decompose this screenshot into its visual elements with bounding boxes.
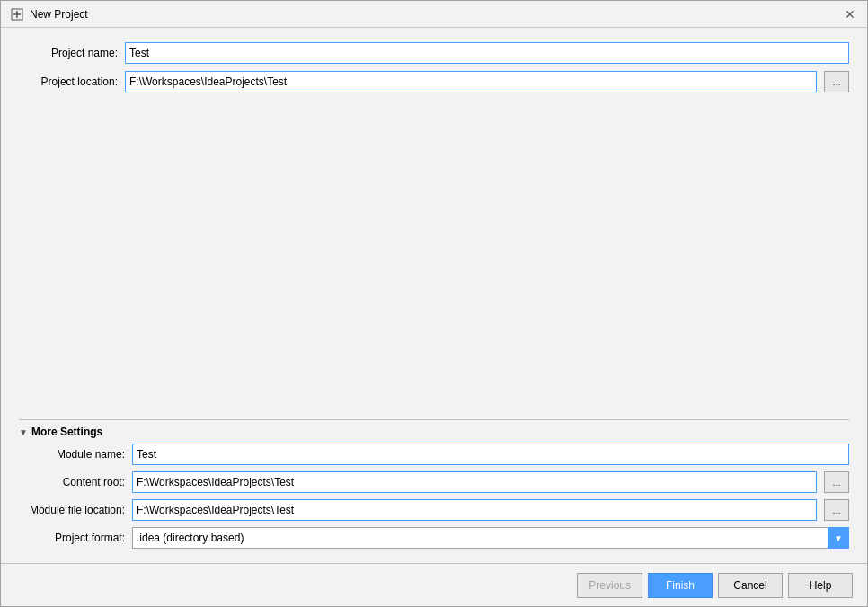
- module-name-input[interactable]: [132, 444, 849, 465]
- project-name-row: Project name:: [19, 42, 849, 64]
- project-format-label: Project format:: [26, 532, 125, 544]
- project-name-label: Project name:: [19, 47, 118, 59]
- more-settings-header[interactable]: ▼ More Settings: [19, 420, 849, 444]
- more-settings-label: More Settings: [31, 426, 102, 438]
- project-format-select[interactable]: .idea (directory based) .ipr (file based…: [132, 527, 849, 549]
- content-root-browse-button[interactable]: ...: [824, 471, 849, 493]
- title-bar-left: New Project: [10, 7, 88, 22]
- project-location-row: Project location: ...: [19, 71, 849, 92]
- project-location-label: Project location:: [19, 75, 118, 88]
- project-location-browse-button[interactable]: ...: [824, 71, 849, 92]
- project-name-input[interactable]: [125, 42, 849, 64]
- cancel-button[interactable]: Cancel: [718, 573, 783, 598]
- new-project-icon: [10, 7, 24, 22]
- dialog-title: New Project: [30, 8, 88, 21]
- module-file-location-input[interactable]: [132, 499, 817, 521]
- more-settings-content: Module name: Content root: ... Module fi…: [19, 444, 849, 556]
- module-name-label-text: Module name:: [57, 448, 125, 461]
- collapse-arrow-icon: ▼: [19, 427, 28, 437]
- finish-button[interactable]: Finish: [648, 573, 713, 598]
- project-location-input[interactable]: [125, 71, 817, 92]
- module-name-row: Module name:: [26, 444, 849, 465]
- spacer: [19, 100, 849, 409]
- module-file-location-browse-button[interactable]: ...: [824, 499, 849, 521]
- more-settings-section: ▼ More Settings Module name: Content roo…: [19, 419, 849, 556]
- close-button[interactable]: ✕: [842, 6, 858, 22]
- content-root-input[interactable]: [132, 471, 817, 493]
- previous-button[interactable]: Previous: [577, 573, 642, 598]
- module-file-location-row: Module file location: ...: [26, 499, 849, 521]
- project-format-select-wrapper: .idea (directory based) .ipr (file based…: [132, 527, 849, 549]
- footer: Previous Finish Cancel Help: [1, 563, 867, 606]
- content-root-row: Content root: ...: [26, 471, 849, 493]
- project-format-row: Project format: .idea (directory based) …: [26, 527, 849, 549]
- new-project-dialog: New Project ✕ Project name: Project loca…: [0, 0, 868, 607]
- module-file-location-label: Module file location:: [26, 504, 125, 516]
- module-name-label: Module name:: [26, 448, 125, 461]
- title-bar: New Project ✕: [1, 1, 867, 28]
- content-area: Project name: Project location: ... ▼ Mo…: [1, 28, 867, 563]
- content-root-label: Content root:: [26, 476, 125, 488]
- help-button[interactable]: Help: [788, 573, 853, 598]
